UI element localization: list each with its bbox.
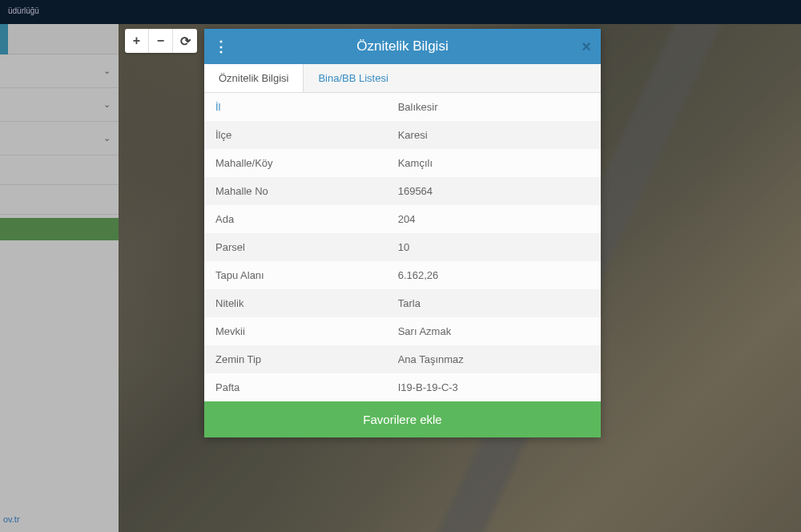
attr-value: Balıkesir [387,93,601,121]
attr-value: 10 [387,233,601,261]
attr-label: İl [204,93,387,121]
attr-label: Mahalle No [204,177,387,205]
table-row: Mahalle/Köy Kamçılı [204,149,601,177]
app-header: üdürlüğü [0,0,801,24]
modal-title: Öznitelik Bilgisi [215,38,590,54]
attr-label: Mevkii [204,317,387,345]
tab-bina-list[interactable]: Bina/BB Listesi [304,64,402,92]
attr-value: I19-B-19-C-3 [387,373,601,401]
attr-label: Tapu Alanı [204,261,387,289]
modal-header: ⋮ Öznitelik Bilgisi × [204,29,601,64]
table-row: Tapu Alanı 6.162,26 [204,261,601,289]
attr-value: Sarı Azmak [387,317,601,345]
attr-value: Tarla [387,289,601,317]
table-row: İl Balıkesir [204,93,601,121]
table-row: Mevkii Sarı Azmak [204,317,601,345]
refresh-button[interactable]: ⟳ [173,29,197,53]
attr-value: 169564 [387,177,601,205]
attr-value: Ana Taşınmaz [387,345,601,373]
attribute-modal: ⋮ Öznitelik Bilgisi × Öznitelik Bilgisi … [204,29,601,437]
attr-value: 6.162,26 [387,261,601,289]
header-text: üdürlüğü [8,6,39,15]
attr-label: Pafta [204,373,387,401]
modal-tabs: Öznitelik Bilgisi Bina/BB Listesi [204,64,601,93]
attr-value: 204 [387,205,601,233]
add-favorites-button[interactable]: Favorilere ekle [204,401,601,437]
map-controls: + − ⟳ [125,29,197,53]
attr-label: Nitelik [204,289,387,317]
map-canvas[interactable]: + − ⟳ ⋮ Öznitelik Bilgisi × Öznitelik Bi… [119,24,801,532]
zoom-out-button[interactable]: − [149,29,173,53]
attr-label: Mahalle/Köy [204,149,387,177]
attr-label: İlçe [204,121,387,149]
attribute-table: İl Balıkesir İlçe Karesi Mahalle/Köy Kam… [204,93,601,401]
attr-label: Parsel [204,233,387,261]
attr-value: Karesi [387,121,601,149]
table-row: Zemin Tip Ana Taşınmaz [204,345,601,373]
close-icon[interactable]: × [582,38,591,56]
table-row: Mahalle No 169564 [204,177,601,205]
attr-value: Kamçılı [387,149,601,177]
sidebar-dim-overlay [0,24,119,532]
table-row: Ada 204 [204,205,601,233]
attr-label: Ada [204,205,387,233]
table-row: Pafta I19-B-19-C-3 [204,373,601,401]
modal-menu-icon[interactable]: ⋮ [214,38,228,55]
attr-label: Zemin Tip [204,345,387,373]
tab-attributes[interactable]: Öznitelik Bilgisi [204,64,304,92]
zoom-in-button[interactable]: + [125,29,149,53]
table-row: Nitelik Tarla [204,289,601,317]
table-row: İlçe Karesi [204,121,601,149]
table-row: Parsel 10 [204,233,601,261]
